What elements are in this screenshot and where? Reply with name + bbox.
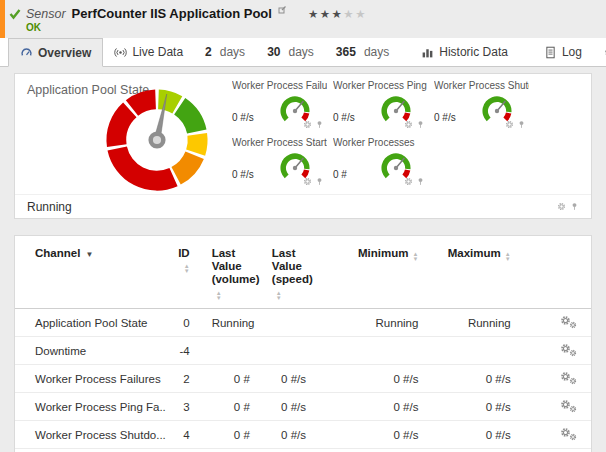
header-minimum[interactable]: Minimum▲▼ [320,236,432,309]
gear-icon[interactable] [404,177,413,186]
channel-settings-icon[interactable] [560,427,577,440]
pin-icon[interactable] [517,120,526,129]
tab-settings[interactable]: Settings [593,38,606,66]
mini-gauge-value: 0 #/s [434,112,456,127]
main-gauge-footer: Running [15,194,591,218]
stars-empty: ★★ [343,8,367,20]
tab-365-days-unit: days [364,45,389,59]
header-maximum[interactable]: Maximum▲▼ [432,236,524,309]
header-channel[interactable]: Channel▼ [15,236,166,309]
cell-minimum: 0 #/s [320,393,432,421]
cell-id: 5 [166,449,204,452]
stars-filled: ★★★ [308,8,343,20]
cell-channel: Downtime [15,337,166,365]
cell-channel: Worker Process Ping Fa... [15,393,166,421]
gear-icon[interactable] [303,120,312,129]
cell-maximum: 0 #/s [432,421,524,449]
header-last-value-speed[interactable]: Last Value (speed)▲▼ [264,236,320,309]
cell-minimum: 0 #/s [320,449,432,452]
sort-icon[interactable]: ▲▼ [184,264,190,274]
channel-settings-icon[interactable] [560,399,577,412]
tab-live-data[interactable]: Live Data [103,38,194,66]
cell-last-volume: 0 # [204,393,264,421]
tab-historic-data[interactable]: Historic Data [410,38,519,66]
priority-accent-bar [0,0,5,38]
tab-30-days-number: 30 [267,45,280,59]
mini-gauge-title: Worker Processes [333,137,428,148]
cell-last-speed [264,337,320,365]
pin-icon[interactable] [416,177,425,186]
cell-channel: Application Pool State [15,309,166,337]
table-row: Worker Process Startup... 5 0 # 0 #/s 0 … [15,449,591,452]
cell-maximum: 0 #/s [432,393,524,421]
tab-30-days[interactable]: 30 days [256,38,325,66]
pin-icon[interactable] [570,202,579,211]
cell-last-volume [204,337,264,365]
mini-gauge-title: Worker Process Shutdown Fa... [434,80,529,91]
pin-icon[interactable] [315,177,324,186]
mini-gauge-worker-processes: Worker Processes 0 # [329,133,430,190]
gear-icon[interactable] [505,120,514,129]
mini-gauge-worker-process-shutdown-failures: Worker Process Shutdown Fa... 0 #/s [430,76,531,133]
cell-minimum: Running [320,309,432,337]
cell-maximum [432,337,524,365]
cell-last-volume: 0 # [204,449,264,452]
sort-desc-icon[interactable]: ▼ [85,250,93,259]
table-row: Application Pool State 0 Running Running… [15,309,591,337]
cell-id: -4 [166,337,204,365]
sort-icon[interactable]: ▲▼ [412,252,418,262]
tab-365-days-number: 365 [336,45,356,59]
cell-maximum: 0 #/s [432,365,524,393]
tab-365-days[interactable]: 365 days [325,38,400,66]
tab-2-days-number: 2 [205,45,212,59]
tab-2-days[interactable]: 2 days [194,38,256,66]
table-row: Downtime -4 [15,337,591,365]
pin-icon[interactable] [315,120,324,129]
live-data-icon [114,46,127,59]
mini-gauge-value: 0 # [333,169,347,184]
mini-gauge-value: 0 #/s [232,169,254,184]
channel-settings-icon[interactable] [560,343,577,356]
cell-last-volume: 0 # [204,421,264,449]
cell-channel: Worker Process Shutdo... [15,421,166,449]
table-row: Worker Process Shutdo... 4 0 # 0 #/s 0 #… [15,421,591,449]
channel-settings-icon[interactable] [560,371,577,384]
tab-log-label: Log [562,45,582,59]
status-badge: OK [26,22,606,33]
header-id[interactable]: ID▲▼ [166,236,204,309]
header-last-value-volume[interactable]: Last Value (volume)▲▼ [204,236,264,309]
gear-icon[interactable] [557,202,566,211]
prtg-sensor-page: Sensor PerfCounter IIS Application Pool … [0,0,606,452]
cell-last-speed [264,309,320,337]
priority-stars[interactable]: ★★★★★ [308,7,367,21]
mini-gauge-title: Worker Process Startup Failu... [232,137,327,148]
channel-settings-icon[interactable] [560,315,577,328]
mini-gauge-worker-process-startup-failures: Worker Process Startup Failu... 0 #/s [228,133,329,190]
page-title: PerfCounter IIS Application Pool [72,6,272,21]
cell-minimum: 0 #/s [320,365,432,393]
mini-gauges-grid: Worker Process Failures 0 #/s Worker Pro… [228,76,531,190]
pin-icon[interactable] [416,120,425,129]
historic-data-icon [421,46,434,59]
cell-last-speed: 0 #/s [264,421,320,449]
tab-log[interactable]: Log [533,38,593,66]
mini-gauge-title: Worker Process Ping Failures [333,80,428,91]
cell-last-speed: 0 #/s [264,449,320,452]
tab-2-days-unit: days [220,45,245,59]
object-type-label: Sensor [26,7,66,21]
gear-icon[interactable] [404,120,413,129]
mini-gauge-value: 0 #/s [333,112,355,127]
sort-icon[interactable]: ▲▼ [276,291,282,301]
cell-id: 0 [166,309,204,337]
content-area: Application Pool State Worker Process Fa… [0,67,606,452]
gear-icon[interactable] [303,177,312,186]
sort-icon[interactable]: ▲▼ [216,291,222,301]
cell-last-volume: Running [204,309,264,337]
cell-id: 4 [166,421,204,449]
tab-historic-data-label: Historic Data [439,45,508,59]
cell-last-volume: 0 # [204,365,264,393]
tab-overview[interactable]: Overview [8,38,103,67]
cell-last-speed: 0 #/s [264,393,320,421]
popout-icon[interactable] [278,6,286,14]
sort-icon[interactable]: ▲▼ [505,252,511,262]
